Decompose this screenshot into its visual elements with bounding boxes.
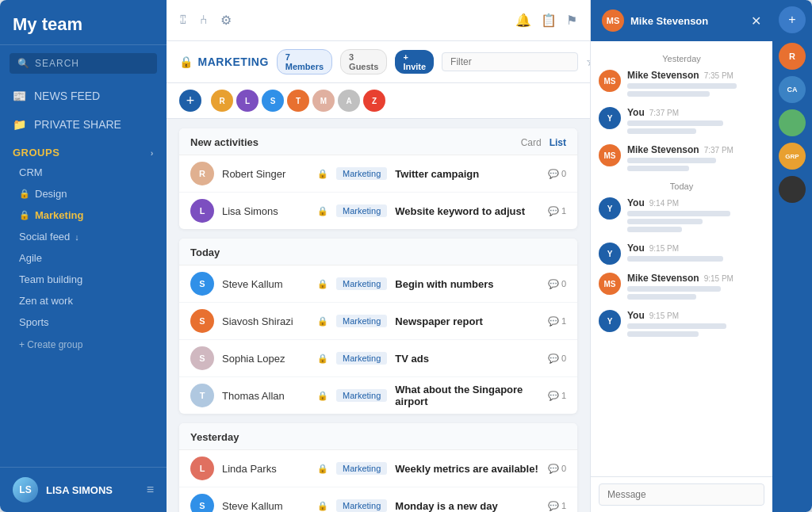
table-row[interactable]: R Robert Singer 🔒 Marketing Twitter camp… [179, 155, 577, 193]
act-name: Siavosh Shirazi [222, 315, 309, 327]
members-row: + R L S T M A Z [167, 83, 590, 119]
avatar: Y [599, 107, 621, 129]
chat-msg-body: Mike Stevenson 7:37 PM [627, 144, 764, 174]
today-header: Today [179, 239, 577, 266]
chat-msg-body: You 7:37 PM [627, 107, 764, 136]
avatar: LS [13, 477, 38, 502]
sidebar-item-newsfeed[interactable]: 📰 NEWS FEED [0, 82, 167, 110]
chat-msg-line [627, 294, 696, 300]
list-view-button[interactable]: List [550, 137, 566, 148]
table-row[interactable]: S Steve Kallum 🔒 Marketing Monday is a n… [179, 487, 577, 512]
lock-icon: 🔒 [317, 391, 328, 401]
chat-msg-meta: You 9:14 PM [627, 197, 764, 208]
sidebar-item-marketing[interactable]: 🔒 Marketing [0, 204, 167, 226]
notification-icon[interactable]: 🔔 [515, 13, 531, 28]
right-avatar-4[interactable] [779, 176, 806, 203]
chat-msg-meta: Mike Stevenson 7:37 PM [627, 144, 764, 155]
right-avatar-2[interactable] [779, 109, 806, 136]
chat-msg-line [627, 128, 696, 134]
sidebar-item-agile[interactable]: Agile [0, 247, 167, 269]
sidebar-item-socialfeed[interactable]: Social feed ↓ [0, 226, 167, 247]
act-title: Weekly metrics are available! [395, 463, 540, 475]
chat-msg-line [627, 227, 682, 232]
guests-badge[interactable]: 3 Guests [340, 49, 387, 75]
right-avatar-0[interactable]: R [779, 43, 806, 70]
main-content: ⑄ ⑃ ⚙ 🔔 📋 ⚑ 🔒 MARKETING 7 Members 3 Gues… [167, 0, 590, 512]
lock-icon: 🔒 [317, 464, 328, 474]
member-avatar-3[interactable]: T [287, 90, 309, 112]
act-title: Monday is a new day [395, 500, 540, 512]
sidebar-item-privateshare[interactable]: 📁 PRIVATE SHARE [0, 110, 167, 139]
member-avatar-4[interactable]: M [312, 90, 335, 112]
table-row[interactable]: T Thomas Allan 🔒 Marketing What about th… [179, 377, 577, 414]
avatar: L [190, 457, 214, 480]
add-chat-button[interactable]: + [779, 6, 806, 33]
search-bar[interactable]: 🔍 SEARCH [10, 53, 157, 74]
design-lock-icon: 🔒 [19, 189, 30, 199]
chat-message-input[interactable] [599, 483, 764, 506]
chat-close-button[interactable]: ✕ [751, 13, 761, 29]
chat-msg-time: 7:37 PM [649, 109, 679, 117]
chat-msg-time: 7:35 PM [704, 71, 733, 80]
add-member-button[interactable]: + [179, 90, 201, 112]
marketing-lock-icon: 🔒 [19, 210, 30, 220]
chat-panel: MS Mike Stevenson ✕ Yesterday MS Mike St… [590, 0, 772, 512]
sidebar-item-design[interactable]: 🔒 Design [0, 183, 167, 204]
sidebar-menu-icon[interactable]: ≡ [147, 483, 154, 497]
today-title: Today [190, 246, 220, 258]
members-badge[interactable]: 7 Members [277, 49, 332, 75]
chat-msg-line [627, 158, 716, 163]
act-title: Newspaper report [395, 315, 540, 327]
table-row[interactable]: S Siavosh Shirazi 🔒 Marketing Newspaper … [179, 303, 577, 340]
right-avatar-1[interactable]: CA [779, 76, 806, 103]
act-name: Robert Singer [222, 168, 309, 180]
table-row[interactable]: S Steve Kallum 🔒 Marketing Begin with nu… [179, 266, 577, 303]
chat-msg-time: 9:15 PM [704, 274, 733, 283]
filter-input[interactable] [442, 52, 578, 71]
sidebar-item-teambuilding[interactable]: Team building [0, 269, 167, 290]
settings-icon[interactable]: ⚙ [220, 13, 232, 28]
users-icon[interactable]: ⑄ [179, 13, 187, 28]
act-tag: Marketing [336, 352, 387, 365]
sidebar-item-sports[interactable]: Sports [0, 311, 167, 333]
table-row[interactable]: L Linda Parks 🔒 Marketing Weekly metrics… [179, 450, 577, 487]
create-group-button[interactable]: + Create group [0, 333, 167, 357]
chat-msg-line [627, 323, 726, 329]
act-title: Begin with numbers [395, 278, 540, 290]
search-icon: 🔍 [17, 58, 30, 69]
avatar: S [190, 309, 214, 333]
act-count: 💬 0 [548, 279, 566, 289]
channel-header: 🔒 MARKETING 7 Members 3 Guests + Invite … [167, 41, 590, 83]
flag-icon[interactable]: ⚑ [566, 13, 577, 28]
table-row[interactable]: L Lisa Simons 🔒 Marketing Website keywor… [179, 193, 577, 229]
member-avatar-1[interactable]: L [236, 90, 259, 112]
privateshare-icon: 📁 [13, 118, 26, 131]
act-name: Thomas Allan [222, 390, 309, 402]
member-avatar-0[interactable]: R [211, 90, 233, 112]
avatar: S [190, 494, 214, 512]
chat-msg-line [627, 120, 723, 126]
sidebar-item-zenatwork[interactable]: Zen at work [0, 290, 167, 311]
clipboard-icon[interactable]: 📋 [541, 13, 557, 28]
avatar: S [190, 346, 214, 370]
member-avatar-6[interactable]: Z [363, 90, 385, 112]
chat-msg-meta: You 9:15 PM [627, 310, 764, 321]
chat-msg-time: 9:15 PM [649, 311, 679, 320]
member-avatar-5[interactable]: A [338, 90, 360, 112]
groups-section-header[interactable]: GROUPS › [0, 139, 167, 162]
sidebar-item-crm[interactable]: CRM [0, 162, 167, 183]
lock-icon: 🔒 [317, 316, 328, 327]
chat-header-name: Mike Stevenson [630, 15, 708, 27]
card-view-button[interactable]: Card [521, 137, 542, 148]
network-icon[interactable]: ⑃ [200, 13, 208, 28]
invite-button[interactable]: + Invite [395, 50, 434, 74]
sidebar-user: LS LISA SIMONS [13, 477, 113, 502]
act-tag: Marketing [336, 315, 387, 327]
chat-message-0: MS Mike Stevenson 7:35 PM [599, 70, 764, 99]
chat-msg-name: Mike Stevenson [627, 273, 699, 284]
member-avatar-2[interactable]: S [262, 90, 284, 112]
chat-msg-line [627, 83, 737, 89]
right-avatar-3[interactable]: GRP [779, 143, 806, 170]
table-row[interactable]: S Sophia Lopez 🔒 Marketing TV ads 💬 0 [179, 340, 577, 377]
chat-msg-time: 7:37 PM [704, 146, 733, 155]
